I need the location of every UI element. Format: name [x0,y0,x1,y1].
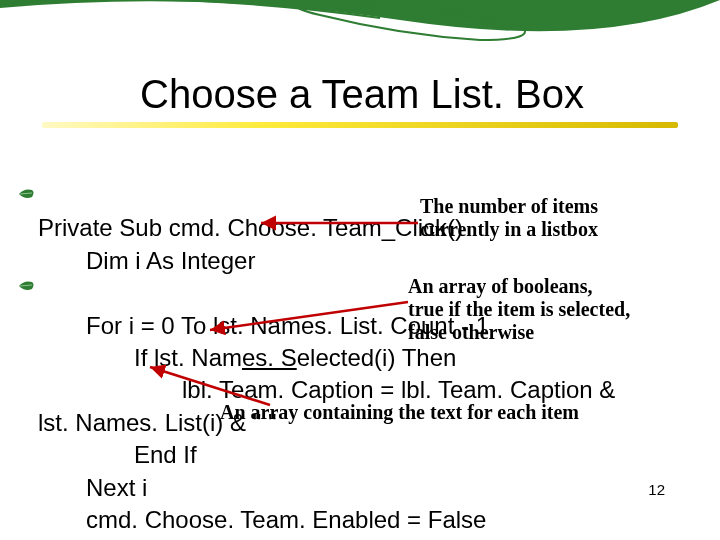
annotation-listcount: The number of items currently in a listb… [420,195,598,241]
annotation-text: true if the item is selected, [408,298,630,320]
bullet-leaf-icon [18,188,36,200]
code-line-8: Next i [86,472,147,504]
annotation-list: An array containing the text for each it… [220,401,579,424]
code-line-7: End If [134,439,197,471]
code-line-4: If lst. Names. Selected(i) Then [134,342,456,374]
title-underline [42,122,678,128]
code-line-9: cmd. Choose. Team. Enabled = False [86,504,486,536]
annotation-text: currently in a listbox [420,218,598,240]
header-swoosh [0,0,720,55]
annotation-selected: An array of booleans, true if the item i… [408,275,630,344]
bullet-leaf-icon [18,280,36,292]
annotation-text: The number of items [420,195,598,217]
code-line-2: Dim i As Integer [86,245,255,277]
slide-title: Choose a Team List. Box [140,72,584,117]
annotation-text: An array containing the text for each it… [220,401,579,423]
annotation-text: false otherwise [408,321,534,343]
page-number: 12 [648,481,665,498]
annotation-text: An array of booleans, [408,275,592,297]
code-line-1: Private Sub cmd. Choose. Team_Click() [38,214,463,241]
